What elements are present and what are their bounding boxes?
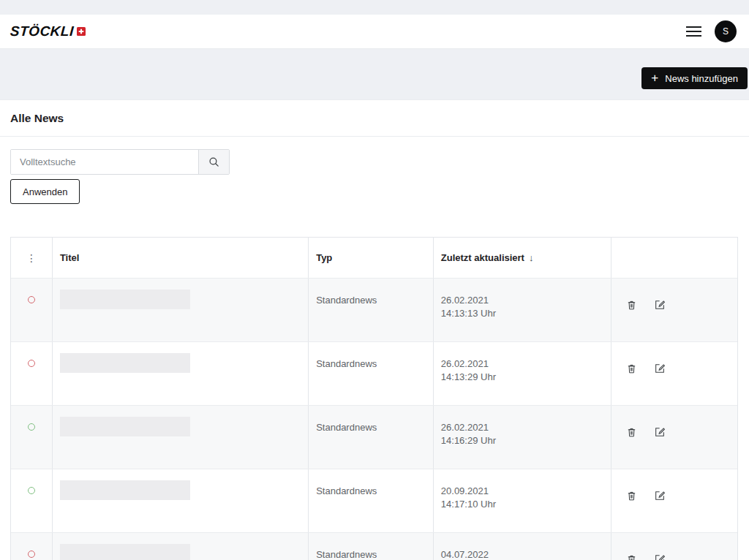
actions-cell: [611, 279, 737, 341]
edit-button[interactable]: [654, 426, 666, 438]
type-cell: Standardnews: [309, 533, 434, 560]
type-cell: Standardnews: [309, 406, 434, 469]
title-cell: [53, 533, 309, 560]
edit-icon: [654, 426, 666, 438]
status-cell: [11, 469, 53, 532]
title-placeholder: [60, 417, 190, 436]
title-cell: [53, 469, 309, 532]
table-header: ⋮ Titel Typ Zuletzt aktualisiert ↓: [11, 238, 737, 278]
updated-cell: 26.02.202114:16:29 Uhr: [434, 406, 612, 469]
edit-icon: [654, 490, 666, 502]
search-icon: [208, 156, 220, 168]
status-cell: [11, 533, 53, 560]
avatar-initial: S: [723, 26, 729, 37]
logo-text: STÖCKLI: [10, 23, 74, 39]
updated-date: 04.07.2022: [441, 548, 611, 560]
status-dot-red: [28, 296, 35, 303]
apply-button[interactable]: Anwenden: [10, 179, 80, 204]
table-row: Standardnews26.02.202114:13:29 Uhr: [11, 341, 737, 405]
status-cell: [11, 279, 53, 341]
status-dot-green: [28, 487, 35, 494]
edit-button[interactable]: [654, 553, 666, 560]
status-dot-green: [28, 423, 35, 431]
delete-button[interactable]: [626, 426, 637, 439]
title-cell: [53, 406, 309, 469]
sort-desc-icon: ↓: [529, 252, 534, 263]
type-cell: Standardnews: [309, 469, 434, 532]
table-body: Standardnews26.02.202114:13:13 UhrStanda…: [11, 278, 737, 560]
trash-icon: [626, 426, 637, 439]
search-input[interactable]: [11, 150, 198, 174]
filters: Anwenden: [0, 137, 749, 204]
page-head: Alle News: [0, 100, 749, 137]
status-cell: [11, 406, 53, 469]
main-content: Alle News Anwenden ⋮ Titel Typ: [0, 100, 749, 560]
status-cell: [11, 342, 53, 405]
type-cell: Standardnews: [309, 279, 434, 341]
search-box: [10, 149, 230, 175]
type-cell: Standardnews: [309, 342, 434, 405]
title-placeholder: [60, 290, 190, 309]
table-row: Standardnews20.09.202114:17:10 Uhr: [11, 469, 737, 532]
screen: STÖCKLI S + News hinzufügen Alle News: [0, 0, 749, 560]
title-placeholder: [60, 353, 190, 373]
updated-time: 14:13:29 Uhr: [441, 371, 611, 384]
delete-button[interactable]: [626, 363, 637, 375]
updated-time: 14:16:29 Uhr: [441, 434, 611, 447]
status-dot-red: [28, 360, 35, 367]
avatar[interactable]: S: [715, 20, 737, 42]
updated-time: 14:17:10 Uhr: [441, 498, 611, 511]
top-strip: [0, 0, 749, 15]
edit-icon: [654, 299, 666, 311]
updated-date: 26.02.2021: [441, 294, 611, 307]
edit-button[interactable]: [654, 490, 666, 502]
actions-cell: [611, 342, 737, 405]
title-placeholder: [60, 544, 190, 560]
plus-icon: +: [651, 72, 658, 84]
kebab-icon: ⋮: [26, 252, 37, 264]
title-cell: [53, 279, 309, 341]
swiss-cross-icon: [77, 27, 86, 36]
updated-cell: 26.02.202114:13:13 Uhr: [434, 279, 612, 341]
search-button[interactable]: [198, 150, 229, 174]
updated-date: 26.02.2021: [441, 421, 611, 434]
add-news-button[interactable]: + News hinzufügen: [641, 67, 748, 89]
column-menu[interactable]: ⋮: [11, 238, 53, 278]
column-updated[interactable]: Zuletzt aktualisiert ↓: [434, 238, 612, 278]
trash-icon: [626, 490, 637, 502]
menu-icon[interactable]: [686, 23, 701, 39]
stoeckli-logo[interactable]: STÖCKLI: [10, 23, 86, 39]
updated-time: 14:13:13 Uhr: [441, 307, 611, 320]
delete-button[interactable]: [626, 553, 637, 560]
table-row: Standardnews26.02.202114:16:29 Uhr: [11, 405, 737, 469]
app-bar-right: S: [686, 20, 737, 42]
news-table: ⋮ Titel Typ Zuletzt aktualisiert ↓ Stand…: [10, 237, 738, 560]
trash-icon: [626, 299, 637, 311]
add-news-label: News hinzufügen: [665, 73, 738, 84]
table-row: Standardnews04.07.2022: [11, 532, 737, 560]
updated-cell: 04.07.2022: [434, 533, 612, 560]
delete-button[interactable]: [626, 490, 637, 502]
status-dot-red: [28, 550, 35, 558]
trash-icon: [626, 553, 637, 560]
column-titel: Titel: [53, 238, 309, 278]
edit-icon: [654, 553, 666, 560]
updated-date: 20.09.2021: [441, 485, 611, 498]
app-bar: STÖCKLI S: [0, 15, 749, 49]
delete-button[interactable]: [626, 299, 637, 311]
edit-button[interactable]: [654, 299, 666, 311]
title-placeholder: [60, 480, 190, 500]
table-row: Standardnews26.02.202114:13:13 Uhr: [11, 278, 737, 341]
column-typ: Typ: [309, 238, 434, 278]
page-title: Alle News: [10, 112, 739, 125]
edit-icon: [654, 363, 666, 374]
actions-cell: [611, 533, 737, 560]
updated-date: 26.02.2021: [441, 357, 611, 371]
edit-button[interactable]: [654, 363, 666, 374]
column-actions: [611, 238, 737, 278]
actions-cell: [611, 469, 737, 532]
title-cell: [53, 342, 309, 405]
hero-band: + News hinzufügen: [0, 49, 749, 100]
updated-cell: 20.09.202114:17:10 Uhr: [434, 469, 612, 532]
trash-icon: [626, 363, 637, 375]
